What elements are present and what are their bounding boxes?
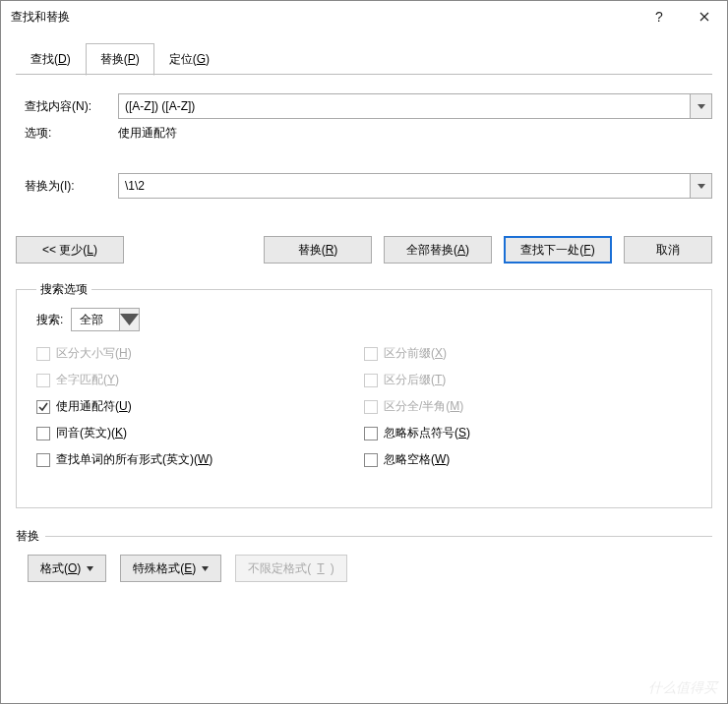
find-dropdown[interactable] xyxy=(690,94,711,118)
find-label: 查找内容(N): xyxy=(25,98,118,115)
chevron-down-icon xyxy=(698,104,705,109)
search-options-group: 搜索选项 搜索: 全部 区分大小写(H)全字匹配(Y)使用通配符(U)同音(英文… xyxy=(16,281,712,508)
check-left-1: 全字匹配(Y) xyxy=(36,372,364,388)
check-right-3[interactable]: 忽略标点符号(S) xyxy=(364,425,692,441)
check-label: 区分前缀(X) xyxy=(384,345,447,362)
watermark: 什么值得买 xyxy=(648,679,717,697)
check-right-2: 区分全/半角(M) xyxy=(364,398,692,415)
cancel-button[interactable]: 取消 xyxy=(624,236,712,264)
title-bar: 查找和替换 ? xyxy=(1,1,727,32)
replace-section-legend: 替换 xyxy=(16,528,45,545)
options-label: 选项: xyxy=(25,125,118,142)
main-content: 查找内容(N): 选项: 使用通配符 替换为(I): xyxy=(1,76,727,199)
window-title: 查找和替换 xyxy=(11,9,637,26)
replace-all-button[interactable]: 全部替换(A) xyxy=(384,236,492,264)
check-label: 区分全/半角(M) xyxy=(384,398,463,415)
search-options-legend: 搜索选项 xyxy=(36,281,91,298)
close-button[interactable] xyxy=(682,1,727,32)
find-combo[interactable] xyxy=(118,93,712,119)
tab-underline xyxy=(16,74,712,75)
caret-down-icon xyxy=(87,566,93,571)
check-label: 忽略标点符号(S) xyxy=(384,425,470,441)
check-right-1: 区分后缀(T) xyxy=(364,372,692,388)
check-label: 使用通配符(U) xyxy=(56,398,132,415)
help-button[interactable]: ? xyxy=(637,1,682,32)
tab-find[interactable]: 查找(D) xyxy=(16,43,86,76)
special-format-button[interactable]: 特殊格式(E) xyxy=(120,555,221,582)
checks-left: 区分大小写(H)全字匹配(Y)使用通配符(U)同音(英文)(K)查找单词的所有形… xyxy=(36,345,364,468)
caret-down-icon xyxy=(202,566,209,571)
checks-right: 区分前缀(X)区分后缀(T)区分全/半角(M)忽略标点符号(S)忽略空格(W) xyxy=(364,345,692,468)
checkbox-icon xyxy=(364,427,378,440)
action-buttons: << 更少(L) 替换(R) 全部替换(A) 查找下一处(F) 取消 xyxy=(1,228,727,281)
checkbox-icon xyxy=(36,400,50,414)
chevron-down-icon xyxy=(120,314,139,325)
chevron-down-icon xyxy=(698,184,705,189)
direction-select[interactable]: 全部 xyxy=(71,308,140,331)
check-label: 区分后缀(T) xyxy=(384,372,446,388)
direction-value: 全部 xyxy=(72,312,119,328)
replace-section: 替换 格式(O) 特殊格式(E) 不限定格式(T) xyxy=(16,536,712,600)
direction-dropdown[interactable] xyxy=(119,309,139,330)
check-left-4[interactable]: 查找单词的所有形式(英文)(W) xyxy=(36,451,364,468)
checkbox-icon xyxy=(364,374,378,387)
find-input[interactable] xyxy=(119,94,690,118)
check-label: 区分大小写(H) xyxy=(56,345,132,362)
tab-goto[interactable]: 定位(G) xyxy=(154,43,224,76)
replace-label: 替换为(I): xyxy=(25,178,118,195)
replace-button[interactable]: 替换(R) xyxy=(264,236,372,264)
check-right-4[interactable]: 忽略空格(W) xyxy=(364,451,692,468)
check-label: 全字匹配(Y) xyxy=(56,372,119,388)
check-right-0: 区分前缀(X) xyxy=(364,345,692,362)
check-label: 查找单词的所有形式(英文)(W) xyxy=(56,451,212,468)
checkbox-icon xyxy=(36,347,50,361)
options-value: 使用通配符 xyxy=(118,125,177,142)
find-next-button[interactable]: 查找下一处(F) xyxy=(504,236,612,264)
less-button[interactable]: << 更少(L) xyxy=(16,236,124,264)
check-label: 忽略空格(W) xyxy=(384,451,450,468)
close-icon xyxy=(699,12,709,22)
tab-replace[interactable]: 替换(P) xyxy=(86,43,154,76)
checkbox-icon xyxy=(36,427,50,440)
checkbox-icon xyxy=(36,453,50,467)
no-format-button: 不限定格式(T) xyxy=(235,555,346,582)
checkbox-icon xyxy=(364,400,378,414)
replace-input[interactable] xyxy=(119,174,690,198)
tab-bar: 查找(D) 替换(P) 定位(G) xyxy=(1,32,727,75)
checkbox-icon xyxy=(364,453,378,467)
check-left-2[interactable]: 使用通配符(U) xyxy=(36,398,364,415)
check-label: 同音(英文)(K) xyxy=(56,425,127,441)
checkbox-icon xyxy=(36,374,50,387)
check-left-0: 区分大小写(H) xyxy=(36,345,364,362)
replace-dropdown[interactable] xyxy=(690,174,711,198)
checkbox-icon xyxy=(364,347,378,361)
format-button[interactable]: 格式(O) xyxy=(28,555,106,582)
check-left-3[interactable]: 同音(英文)(K) xyxy=(36,425,364,441)
direction-label: 搜索: xyxy=(36,312,63,328)
replace-combo[interactable] xyxy=(118,173,712,199)
